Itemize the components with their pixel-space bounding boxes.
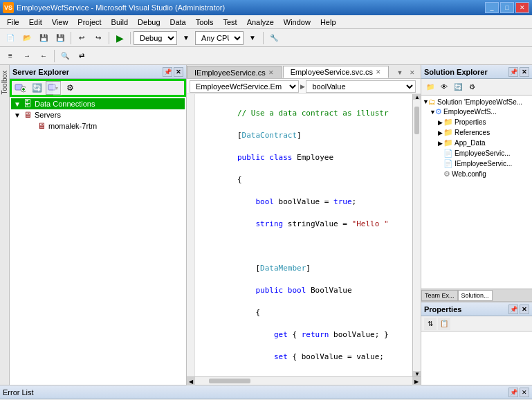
close-button[interactable]: ✕: [515, 2, 529, 13]
menu-analyze[interactable]: Analyze: [243, 17, 278, 28]
properties-button[interactable]: ⚙: [62, 81, 77, 95]
expand-icon: ▶: [438, 129, 443, 136]
save-btn[interactable]: 💾: [36, 31, 51, 45]
prop-close-button[interactable]: ✕: [520, 304, 529, 314]
se-new-folder-btn[interactable]: 📁: [424, 81, 437, 93]
title-bar: VS EmployeeWcfService - Microsoft Visual…: [0, 0, 532, 15]
refresh-button[interactable]: 🔄: [29, 81, 44, 95]
code-editor-panel: IEmployeeService.cs ✕ EmployeeService.sv…: [187, 65, 421, 385]
tab-solution-explorer[interactable]: Solution...: [458, 290, 493, 301]
sol-label: App_Data: [455, 139, 485, 147]
sol-item-properties[interactable]: ▶ 📁 Properties: [423, 117, 531, 127]
scroll-down-btn[interactable]: ▼: [413, 371, 421, 376]
platform-combo[interactable]: Any CPU: [195, 31, 244, 45]
tree-item-data-connections[interactable]: ▼ 🗄 Data Connections: [11, 98, 185, 109]
tab-dropdown-btn[interactable]: ▼: [394, 67, 405, 78]
format-btn[interactable]: ≡: [3, 49, 18, 63]
server-icon: 🖥: [22, 110, 33, 120]
menu-file[interactable]: File: [3, 17, 24, 28]
menu-help[interactable]: Help: [316, 17, 340, 28]
scroll-right-btn[interactable]: ▶: [412, 377, 421, 385]
menu-tools[interactable]: Tools: [192, 17, 218, 28]
extensions-btn[interactable]: 🔧: [266, 31, 282, 45]
properties-content: [421, 331, 532, 385]
vertical-scrollbar[interactable]: ▲ ▼: [412, 94, 421, 376]
server-explorer-header: Server Explorer 📌 ✕: [10, 65, 186, 79]
outdent-btn[interactable]: ←: [36, 49, 51, 63]
save-all-btn[interactable]: 💾: [53, 31, 68, 45]
find-btn[interactable]: 🔍: [57, 49, 73, 63]
start-debug-btn[interactable]: ▶: [112, 31, 127, 45]
menu-view[interactable]: View: [48, 17, 73, 28]
new-project-btn[interactable]: 📄: [3, 31, 18, 45]
title-bar-buttons: _ □ ✕: [485, 2, 529, 13]
tab-label: IEmployeeService.cs: [194, 69, 266, 77]
open-btn[interactable]: 📂: [19, 31, 35, 45]
maximize-button[interactable]: □: [500, 2, 514, 13]
tab-team-explorer[interactable]: Team Ex...: [421, 290, 458, 301]
sol-item-project[interactable]: ▼ ⚙ EmployeeWcfS...: [423, 107, 531, 117]
se-properties-btn[interactable]: ⚙: [466, 81, 478, 93]
sol-item-references[interactable]: ▶ 📁 References: [423, 127, 531, 138]
tab-close-icon[interactable]: ✕: [268, 69, 274, 76]
config-dropdown-btn[interactable]: ▼: [178, 31, 194, 45]
expand-icon: ▼: [14, 100, 22, 108]
menu-test[interactable]: Test: [219, 17, 241, 28]
pin-button[interactable]: 📌: [163, 67, 172, 77]
sol-item-iemployeeservice[interactable]: 📄 IEmployeeServic...: [423, 158, 531, 169]
sol-item-employeeservice[interactable]: 📄 EmployeeServic...: [423, 148, 531, 158]
code-line: [201, 241, 407, 252]
toolbox-label[interactable]: Toolbox: [1, 68, 8, 97]
se-close-button[interactable]: ✕: [520, 67, 529, 77]
indent-btn[interactable]: →: [19, 49, 35, 63]
error-close-btn[interactable]: ✕: [520, 388, 529, 397]
sol-item-appdata[interactable]: ▶ 📁 App_Data: [423, 138, 531, 148]
se-show-all-btn[interactable]: 👁: [438, 81, 450, 93]
sol-item-webconfig[interactable]: ⚙ Web.config: [423, 169, 531, 179]
tab-close-all-btn[interactable]: ✕: [407, 67, 418, 78]
debug-config-combo[interactable]: Debug: [134, 31, 177, 45]
prop-sort-btn[interactable]: ⇅: [424, 318, 437, 330]
expand-icon: ▶: [438, 119, 443, 126]
se-refresh-btn[interactable]: 🔄: [452, 81, 464, 93]
redo-btn[interactable]: ↪: [91, 31, 106, 45]
tree-label: Servers: [35, 111, 61, 119]
replace-btn[interactable]: ⇄: [74, 49, 89, 63]
main-toolbar: 📄 📂 💾 💾 ↩ ↪ ▶ Debug ▼ Any CPU ▼ 🔧: [0, 29, 532, 47]
se-pin-button[interactable]: 📌: [508, 67, 518, 77]
sep2: [109, 32, 109, 44]
minimize-button[interactable]: _: [485, 2, 499, 13]
class-nav-combo[interactable]: EmployeeWcfService.Em: [190, 80, 299, 93]
panel-close-button[interactable]: ✕: [174, 67, 183, 77]
horizontal-scrollbar[interactable]: ◀ ▶: [187, 376, 421, 385]
tab-close-icon[interactable]: ✕: [376, 69, 381, 75]
tree-item-server-momalek[interactable]: 🖥 momalek-7rtm: [11, 120, 185, 131]
scroll-left-btn[interactable]: ◀: [187, 377, 195, 385]
code-area[interactable]: // Use a data contract as illustr [DataC…: [187, 94, 421, 376]
menu-data[interactable]: Data: [166, 17, 190, 28]
prop-pin-button[interactable]: 📌: [508, 304, 518, 314]
menu-window[interactable]: Window: [279, 17, 315, 28]
connect-db-button[interactable]: [12, 81, 28, 95]
tree-item-servers[interactable]: ▼ 🖥 Servers: [11, 109, 185, 120]
menu-debug[interactable]: Debug: [134, 17, 164, 28]
scroll-up-btn[interactable]: ▲: [413, 94, 421, 100]
error-pin-btn[interactable]: 📌: [508, 388, 518, 397]
tab-employeeservice[interactable]: EmployeeService.svc.cs ✕: [283, 66, 389, 78]
undo-btn[interactable]: ↩: [74, 31, 89, 45]
menu-edit[interactable]: Edit: [25, 17, 46, 28]
scroll-thumb[interactable]: [414, 107, 419, 134]
member-nav-combo[interactable]: boolValue: [306, 80, 415, 93]
platform-dropdown-btn[interactable]: ▼: [245, 31, 260, 45]
menu-build[interactable]: Build: [107, 17, 132, 28]
tab-label: Team Ex...: [425, 292, 455, 299]
sol-item-solution[interactable]: ▼ 🗂 Solution 'EmployeeWcfSe...: [423, 97, 531, 107]
prop-category-btn[interactable]: 📋: [438, 318, 450, 330]
sep1: [71, 32, 71, 44]
hscroll-thumb[interactable]: [209, 379, 250, 383]
menu-project[interactable]: Project: [73, 17, 105, 28]
tab-iemployeeservice[interactable]: IEmployeeService.cs ✕: [187, 66, 282, 78]
sep3: [130, 32, 131, 44]
filter-button[interactable]: [46, 81, 61, 95]
code-content[interactable]: // Use a data contract as illustr [DataC…: [195, 94, 412, 376]
